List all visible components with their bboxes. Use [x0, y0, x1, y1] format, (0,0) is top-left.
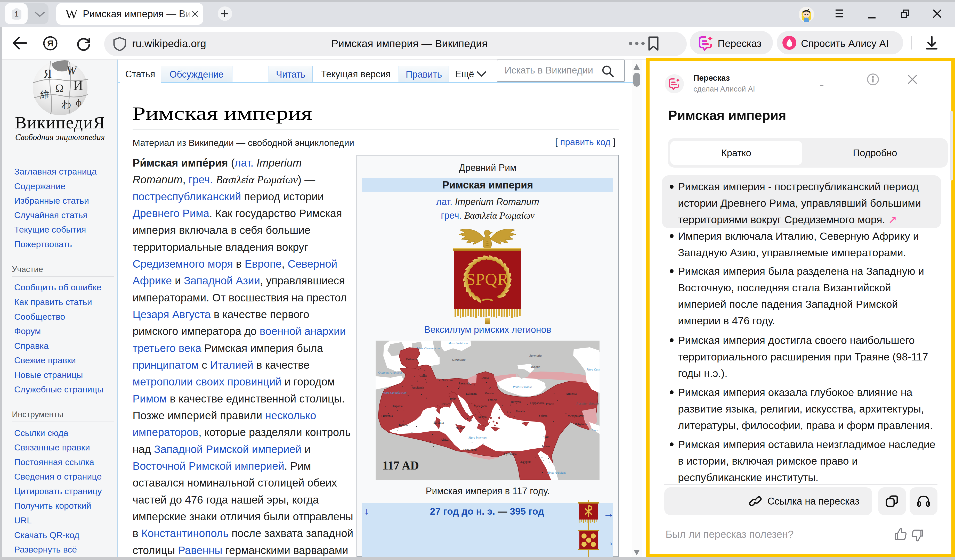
svg-text:SPQR: SPQR — [466, 270, 509, 289]
svg-text:Macedonia: Macedonia — [474, 404, 488, 408]
svg-text:Mare Suebicum: Mare Suebicum — [448, 342, 468, 345]
svg-text:Sinus Arabicus: Sinus Arabicus — [547, 471, 566, 474]
svg-text:Gallia: Gallia — [420, 374, 427, 377]
svg-text:Corsica: Corsica — [441, 402, 450, 406]
svg-text:1: 1 — [14, 9, 19, 18]
svg-text:117 AD: 117 AD — [382, 459, 419, 472]
svg-text:Hispania: Hispania — [391, 404, 403, 408]
svg-text:Babylonia: Babylonia — [575, 422, 588, 426]
svg-text:Я: Я — [47, 38, 53, 48]
svg-text:Я: Я — [44, 67, 52, 80]
svg-text:Pannonia: Pannonia — [459, 382, 470, 385]
svg-text:Cappadocia: Cappadocia — [530, 401, 545, 405]
svg-text:Mesopotamia: Mesopotamia — [568, 414, 584, 418]
svg-text:Sardinia: Sardinia — [434, 421, 444, 424]
svg-text:Judaea: Judaea — [542, 445, 550, 448]
svg-text:Noricum: Noricum — [441, 379, 453, 382]
svg-text:Baetica: Baetica — [399, 423, 409, 426]
svg-text:Galatia: Galatia — [516, 409, 525, 413]
svg-text:Germania: Germania — [452, 357, 466, 362]
svg-text:Pontus Euxinus: Pontus Euxinus — [513, 385, 532, 389]
svg-text:Ægyptus: Ægyptus — [520, 460, 531, 463]
svg-text:Tripolitania: Tripolitania — [463, 448, 478, 452]
svg-text:Cilicia: Cilicia — [539, 414, 548, 418]
svg-text:Dacia: Dacia — [481, 376, 489, 379]
svg-text:Lusitania: Lusitania — [381, 414, 393, 418]
svg-text:И: И — [73, 78, 83, 93]
svg-text:Cyrenaica: Cyrenaica — [504, 452, 517, 456]
svg-text:Aquitania: Aquitania — [412, 386, 424, 389]
svg-text:Dalmatia: Dalmatia — [466, 392, 478, 396]
svg-text:Bithynia: Bithynia — [511, 400, 521, 404]
svg-text:Mare Germanicum: Mare Germanicum — [416, 346, 441, 350]
svg-text:Italia: Italia — [450, 397, 456, 401]
svg-text:Mæotæ: Mæotæ — [530, 365, 540, 369]
svg-text:維: 維 — [40, 89, 50, 100]
svg-text:Sicilia: Sicilia — [456, 426, 464, 430]
svg-text:Sinus Persicus: Sinus Persicus — [592, 429, 600, 432]
svg-text:Moesia: Moesia — [484, 392, 494, 395]
svg-text:Ω: Ω — [55, 82, 64, 95]
svg-text:Syria: Syria — [543, 435, 550, 439]
svg-text:Mare Caspium: Mare Caspium — [586, 368, 600, 371]
svg-text:Parthian Empire: Parthian Empire — [576, 401, 599, 405]
svg-text:ф: ф — [76, 98, 81, 107]
svg-text:Pontus: Pontus — [546, 402, 554, 406]
svg-text:わ: わ — [61, 99, 72, 109]
svg-text:Britannia: Britannia — [406, 357, 418, 361]
svg-text:Mare Cantabricum: Mare Cantabricum — [382, 391, 407, 395]
svg-text:W: W — [67, 64, 77, 77]
svg-text:Oceanus Atlanticus: Oceanus Atlanticus — [378, 371, 402, 374]
svg-text:Mare Internum: Mare Internum — [468, 436, 487, 439]
svg-text:Armenia: Armenia — [566, 392, 577, 396]
svg-text:Thracia: Thracia — [488, 398, 497, 402]
svg-text:Achaia: Achaia — [478, 415, 487, 419]
svg-text:Sarmatia: Sarmatia — [529, 354, 542, 357]
svg-text:Africa: Africa — [441, 438, 449, 441]
